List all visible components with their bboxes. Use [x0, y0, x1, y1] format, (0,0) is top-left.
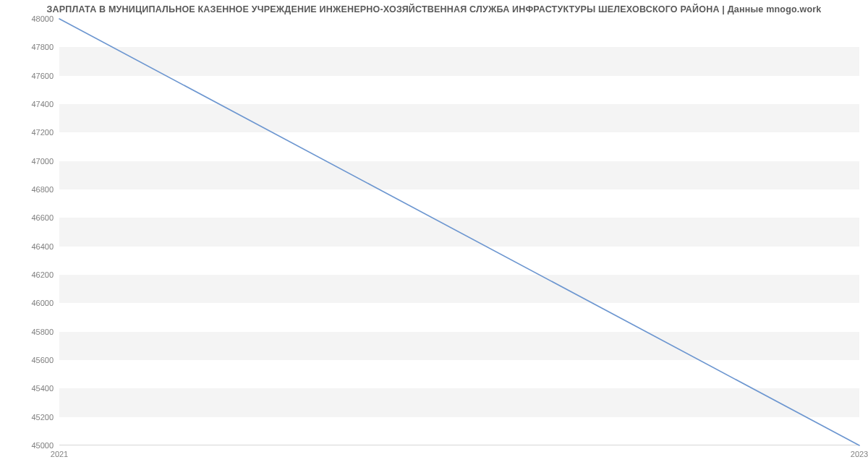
line-layer: [59, 19, 859, 445]
y-tick-label: 45400: [31, 384, 54, 393]
chart-title: ЗАРПЛАТА В МУНИЦИПАЛЬНОЕ КАЗЕННОЕ УЧРЕЖД…: [0, 0, 868, 14]
y-tick-label: 45200: [31, 413, 54, 422]
series-line: [59, 19, 859, 445]
y-tick-label: 47600: [31, 72, 54, 80]
x-tick-label: 2021: [51, 450, 68, 458]
y-tick-label: 46200: [31, 270, 54, 279]
y-tick-label: 45600: [31, 356, 54, 364]
y-tick-label: 46400: [31, 242, 54, 251]
x-tick-label: 2023: [851, 450, 868, 458]
y-tick-label: 46600: [31, 213, 54, 222]
y-tick-label: 46800: [31, 185, 54, 194]
y-tick-label: 46000: [31, 299, 54, 307]
plot-area: 4500045200454004560045800460004620046400…: [59, 19, 859, 445]
y-tick-label: 47200: [31, 128, 54, 137]
y-tick-label: 45800: [31, 328, 54, 336]
y-tick-label: 47400: [31, 100, 54, 108]
y-tick-label: 47800: [31, 43, 54, 51]
y-tick-label: 47000: [31, 157, 54, 166]
y-tick-label: 48000: [31, 14, 54, 23]
y-tick-label: 45000: [31, 441, 54, 450]
chart-container: ЗАРПЛАТА В МУНИЦИПАЛЬНОЕ КАЗЕННОЕ УЧРЕЖД…: [0, 0, 868, 470]
